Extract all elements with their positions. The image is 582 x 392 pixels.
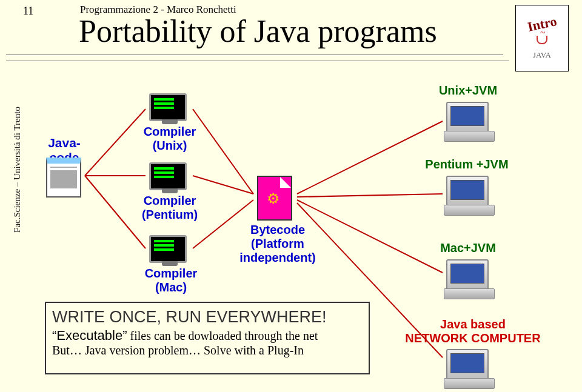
page-number: 11 xyxy=(23,5,33,18)
sidebar-text: Fac.Scienze – Università di Trento xyxy=(12,79,22,261)
java-cup-icon xyxy=(537,36,547,44)
bytecode-file-icon xyxy=(257,176,292,221)
computer-icon xyxy=(446,176,489,208)
title-rule xyxy=(6,55,503,55)
title-rule xyxy=(6,61,509,61)
svg-line-4 xyxy=(193,176,253,194)
page-title: Portability of Java programs xyxy=(79,13,437,49)
monitor-icon xyxy=(149,162,187,190)
bottom-line3: But… Java version problem… Solve with a … xyxy=(52,344,363,357)
compiler-mac-label: Compiler (Mac) xyxy=(138,267,204,294)
computer-icon xyxy=(446,259,489,292)
monitor-icon xyxy=(149,235,187,263)
logo-subtext: JAVA xyxy=(533,50,551,60)
target-network-label: Java based NETWORK COMPUTER xyxy=(394,317,552,345)
write-once-headline: WRITE ONCE, RUN EVERYWHERE! xyxy=(52,308,363,327)
target-pentium-label: Pentium +JVM xyxy=(418,158,515,171)
svg-line-7 xyxy=(297,194,443,197)
notepad-icon xyxy=(46,158,81,198)
java-intro-logo: Intro JAVA xyxy=(515,5,569,71)
compiler-pentium-label: Compiler (Pentium) xyxy=(136,194,204,222)
svg-line-3 xyxy=(193,109,253,194)
write-once-box: WRITE ONCE, RUN EVERYWHERE! “Executable”… xyxy=(45,302,370,374)
target-mac-label: Mac+JVM xyxy=(432,241,504,255)
executable-quoted: “Executable” xyxy=(52,328,127,343)
monitor-icon xyxy=(149,93,187,121)
compiler-unix-label: Compiler (Unix) xyxy=(139,125,200,153)
computer-icon xyxy=(446,102,489,135)
bottom-line2-rest: files can be dowloaded through the net xyxy=(127,329,318,342)
computer-icon xyxy=(446,349,489,382)
bytecode-label: Bytecode (Platform independent) xyxy=(235,223,320,265)
target-unix-label: Unix+JVM xyxy=(432,84,504,98)
bottom-line2: “Executable” files can be dowloaded thro… xyxy=(52,328,363,344)
